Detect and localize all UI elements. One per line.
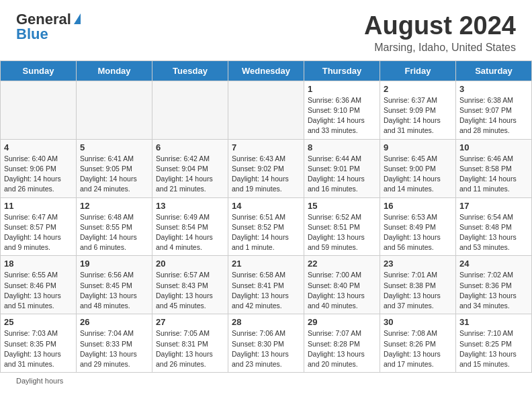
- calendar-day: [152, 81, 228, 139]
- day-number: 21: [232, 259, 300, 269]
- calendar-day: 20Sunrise: 6:57 AM Sunset: 8:43 PM Dayli…: [152, 256, 228, 314]
- day-number: 29: [308, 317, 376, 327]
- calendar-day: 23Sunrise: 7:01 AM Sunset: 8:38 PM Dayli…: [380, 256, 456, 314]
- day-number: 5: [80, 142, 148, 152]
- day-number: 19: [80, 259, 148, 269]
- calendar-day: 3Sunrise: 6:38 AM Sunset: 9:07 PM Daylig…: [456, 81, 532, 139]
- calendar-day: 4Sunrise: 6:40 AM Sunset: 9:06 PM Daylig…: [1, 139, 77, 197]
- calendar-day: 7Sunrise: 6:43 AM Sunset: 9:02 PM Daylig…: [228, 139, 304, 197]
- day-number: 27: [156, 317, 224, 327]
- day-number: 7: [232, 142, 300, 152]
- calendar-day: 19Sunrise: 6:56 AM Sunset: 8:45 PM Dayli…: [77, 256, 152, 314]
- daylight-label: Daylight hours: [16, 377, 63, 385]
- day-number: 16: [384, 201, 452, 211]
- day-number: 1: [308, 84, 376, 94]
- day-number: 24: [459, 259, 528, 269]
- logo: General Blue: [16, 12, 81, 42]
- calendar-day: 8Sunrise: 6:44 AM Sunset: 9:01 PM Daylig…: [304, 139, 380, 197]
- day-number: 18: [4, 259, 73, 269]
- day-info: Sunrise: 6:51 AM Sunset: 8:52 PM Dayligh…: [232, 212, 300, 253]
- day-info: Sunrise: 6:38 AM Sunset: 9:07 PM Dayligh…: [459, 95, 528, 136]
- day-number: 4: [4, 142, 73, 152]
- day-number: 26: [80, 317, 148, 327]
- calendar-day: 18Sunrise: 6:55 AM Sunset: 8:46 PM Dayli…: [1, 256, 77, 314]
- day-info: Sunrise: 6:55 AM Sunset: 8:46 PM Dayligh…: [4, 270, 73, 311]
- day-info: Sunrise: 6:52 AM Sunset: 8:51 PM Dayligh…: [308, 212, 376, 253]
- day-number: 14: [232, 201, 300, 211]
- title-area: August 2024 Marsing, Idaho, United State…: [364, 12, 516, 54]
- logo-triangle-icon: [74, 13, 81, 24]
- calendar-day: 1Sunrise: 6:36 AM Sunset: 9:10 PM Daylig…: [304, 81, 380, 139]
- day-info: Sunrise: 6:44 AM Sunset: 9:01 PM Dayligh…: [308, 154, 376, 195]
- day-number: 9: [384, 142, 452, 152]
- calendar-week-1: 1Sunrise: 6:36 AM Sunset: 9:10 PM Daylig…: [1, 81, 532, 139]
- day-info: Sunrise: 6:47 AM Sunset: 8:57 PM Dayligh…: [4, 212, 73, 253]
- day-info: Sunrise: 6:43 AM Sunset: 9:02 PM Dayligh…: [232, 154, 300, 195]
- day-number: 15: [308, 201, 376, 211]
- calendar-day: 15Sunrise: 6:52 AM Sunset: 8:51 PM Dayli…: [304, 197, 380, 256]
- calendar-day: 10Sunrise: 6:46 AM Sunset: 8:58 PM Dayli…: [456, 139, 532, 197]
- day-info: Sunrise: 6:42 AM Sunset: 9:04 PM Dayligh…: [156, 154, 224, 195]
- day-number: 23: [384, 259, 452, 269]
- calendar-header-thursday: Thursday: [304, 60, 380, 81]
- day-info: Sunrise: 6:36 AM Sunset: 9:10 PM Dayligh…: [308, 95, 376, 136]
- day-info: Sunrise: 7:00 AM Sunset: 8:40 PM Dayligh…: [308, 270, 376, 311]
- calendar-day: 24Sunrise: 7:02 AM Sunset: 8:36 PM Dayli…: [456, 256, 532, 314]
- logo-blue-text: Blue: [16, 27, 48, 42]
- calendar-day: 16Sunrise: 6:53 AM Sunset: 8:49 PM Dayli…: [380, 197, 456, 256]
- calendar-week-5: 25Sunrise: 7:03 AM Sunset: 8:35 PM Dayli…: [1, 314, 532, 373]
- calendar-day: 14Sunrise: 6:51 AM Sunset: 8:52 PM Dayli…: [228, 197, 304, 256]
- calendar-day: 12Sunrise: 6:48 AM Sunset: 8:55 PM Dayli…: [77, 197, 152, 256]
- calendar-day: [228, 81, 304, 139]
- day-number: 22: [308, 259, 376, 269]
- day-number: 30: [384, 317, 452, 327]
- calendar-header-sunday: Sunday: [1, 60, 77, 81]
- day-info: Sunrise: 6:57 AM Sunset: 8:43 PM Dayligh…: [156, 270, 224, 311]
- day-number: 17: [459, 201, 528, 211]
- day-info: Sunrise: 6:41 AM Sunset: 9:05 PM Dayligh…: [80, 154, 148, 195]
- calendar-header-wednesday: Wednesday: [228, 60, 304, 81]
- month-year: August 2024: [364, 12, 516, 40]
- calendar-day: 21Sunrise: 6:58 AM Sunset: 8:41 PM Dayli…: [228, 256, 304, 314]
- calendar-day: 28Sunrise: 7:06 AM Sunset: 8:30 PM Dayli…: [228, 314, 304, 373]
- calendar-day: 6Sunrise: 6:42 AM Sunset: 9:04 PM Daylig…: [152, 139, 228, 197]
- day-info: Sunrise: 6:46 AM Sunset: 8:58 PM Dayligh…: [459, 154, 528, 195]
- day-number: 20: [156, 259, 224, 269]
- calendar-day: 22Sunrise: 7:00 AM Sunset: 8:40 PM Dayli…: [304, 256, 380, 314]
- calendar-day: 13Sunrise: 6:49 AM Sunset: 8:54 PM Dayli…: [152, 197, 228, 256]
- calendar-day: 25Sunrise: 7:03 AM Sunset: 8:35 PM Dayli…: [1, 314, 77, 373]
- location: Marsing, Idaho, United States: [364, 42, 516, 54]
- calendar-day: 27Sunrise: 7:05 AM Sunset: 8:31 PM Dayli…: [152, 314, 228, 373]
- calendar-week-2: 4Sunrise: 6:40 AM Sunset: 9:06 PM Daylig…: [1, 139, 532, 197]
- day-info: Sunrise: 7:07 AM Sunset: 8:28 PM Dayligh…: [308, 328, 376, 369]
- calendar-header-monday: Monday: [77, 60, 152, 81]
- calendar-header-saturday: Saturday: [456, 60, 532, 81]
- calendar-day: 29Sunrise: 7:07 AM Sunset: 8:28 PM Dayli…: [304, 314, 380, 373]
- calendar-day: 26Sunrise: 7:04 AM Sunset: 8:33 PM Dayli…: [77, 314, 152, 373]
- day-info: Sunrise: 6:48 AM Sunset: 8:55 PM Dayligh…: [80, 212, 148, 253]
- day-info: Sunrise: 7:05 AM Sunset: 8:31 PM Dayligh…: [156, 328, 224, 369]
- day-info: Sunrise: 6:37 AM Sunset: 9:09 PM Dayligh…: [384, 95, 452, 136]
- calendar-day: 2Sunrise: 6:37 AM Sunset: 9:09 PM Daylig…: [380, 81, 456, 139]
- footer: Daylight hours: [0, 373, 532, 389]
- day-info: Sunrise: 7:03 AM Sunset: 8:35 PM Dayligh…: [4, 328, 73, 369]
- day-number: 6: [156, 142, 224, 152]
- day-number: 28: [232, 317, 300, 327]
- calendar-day: 30Sunrise: 7:08 AM Sunset: 8:26 PM Dayli…: [380, 314, 456, 373]
- day-info: Sunrise: 7:04 AM Sunset: 8:33 PM Dayligh…: [80, 328, 148, 369]
- calendar-day: [77, 81, 152, 139]
- day-info: Sunrise: 7:06 AM Sunset: 8:30 PM Dayligh…: [232, 328, 300, 369]
- day-info: Sunrise: 6:54 AM Sunset: 8:48 PM Dayligh…: [459, 212, 528, 253]
- day-info: Sunrise: 6:58 AM Sunset: 8:41 PM Dayligh…: [232, 270, 300, 311]
- calendar: SundayMondayTuesdayWednesdayThursdayFrid…: [0, 60, 532, 373]
- day-number: 25: [4, 317, 73, 327]
- calendar-day: 17Sunrise: 6:54 AM Sunset: 8:48 PM Dayli…: [456, 197, 532, 256]
- day-info: Sunrise: 6:56 AM Sunset: 8:45 PM Dayligh…: [80, 270, 148, 311]
- day-info: Sunrise: 6:40 AM Sunset: 9:06 PM Dayligh…: [4, 154, 73, 195]
- day-number: 11: [4, 201, 73, 211]
- calendar-day: 9Sunrise: 6:45 AM Sunset: 9:00 PM Daylig…: [380, 139, 456, 197]
- day-info: Sunrise: 7:02 AM Sunset: 8:36 PM Dayligh…: [459, 270, 528, 311]
- day-number: 2: [384, 84, 452, 94]
- calendar-header-row: SundayMondayTuesdayWednesdayThursdayFrid…: [1, 60, 532, 81]
- calendar-week-3: 11Sunrise: 6:47 AM Sunset: 8:57 PM Dayli…: [1, 197, 532, 256]
